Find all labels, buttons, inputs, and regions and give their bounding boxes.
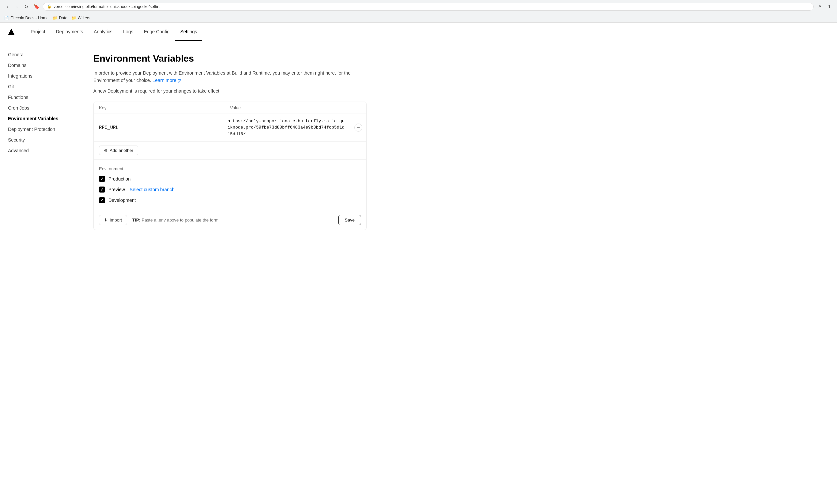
key-value: RPC_URL <box>99 125 119 130</box>
bookmark-label: Writers <box>78 16 90 20</box>
kv-table-header: Key Value <box>94 102 366 114</box>
add-another-row: ⊕ Add another <box>94 142 366 160</box>
env-development-option: Development <box>99 197 361 203</box>
env-vars-card: Key Value RPC_URL https://holy-proportio… <box>93 101 367 230</box>
back-button[interactable]: ‹ <box>4 3 11 10</box>
tip-label: TIP: <box>132 218 141 223</box>
share-button[interactable]: ⬆ <box>826 3 833 10</box>
nav-analytics[interactable]: Analytics <box>88 23 118 41</box>
main-layout: General Domains Integrations Git Functio… <box>0 41 837 504</box>
sidebar-item-integrations[interactable]: Integrations <box>0 71 80 81</box>
kv-row: RPC_URL https://holy-proportionate-butte… <box>94 114 366 142</box>
value-text: https://holy-proportionate-butterfly.mat… <box>228 118 345 137</box>
sidebar-item-domains[interactable]: Domains <box>0 60 80 71</box>
learn-more-link[interactable]: Learn more <box>152 77 182 84</box>
sidebar-item-general[interactable]: General <box>0 49 80 60</box>
bookmark-icon: 📁 <box>53 16 58 20</box>
sidebar-item-cron-jobs[interactable]: Cron Jobs <box>0 102 80 113</box>
development-label: Development <box>108 198 136 203</box>
tip-text: TIP: Paste a .env above to populate the … <box>132 218 339 223</box>
browser-chrome: ‹ › ↻ 🔖 🔒 vercel.com/irwingtello/formatt… <box>0 0 837 13</box>
preview-label: Preview <box>108 187 125 192</box>
kv-key-cell: RPC_URL <box>94 114 222 142</box>
lock-icon: 🔒 <box>47 4 52 9</box>
kv-value-cell: https://holy-proportionate-butterfly.mat… <box>222 114 351 142</box>
reload-button[interactable]: ↻ <box>23 3 30 10</box>
address-bar[interactable]: 🔒 vercel.com/irwingtello/formatter-quick… <box>43 3 814 11</box>
external-link-icon <box>178 79 182 83</box>
main-content: Environment Variables In order to provid… <box>80 41 380 504</box>
tip-content: Paste a .env above to populate the form <box>142 218 219 223</box>
production-checkbox[interactable] <box>99 176 105 182</box>
browser-actions: A̅ ⬆ <box>816 3 833 10</box>
import-icon: ⬇ <box>104 218 108 223</box>
bookmarks-bar: 📄 Filecoin Docs - Home 📁 Data 📁 Writers <box>0 13 837 23</box>
sidebar-item-advanced[interactable]: Advanced <box>0 145 80 156</box>
bookmark-writers[interactable]: 📁 Writers <box>71 16 90 20</box>
card-footer: ⬇ Import TIP: Paste a .env above to popu… <box>94 210 366 230</box>
value-column-header: Value <box>230 105 361 110</box>
environment-section: Environment Production Preview Select cu… <box>94 160 366 210</box>
sidebar-item-functions[interactable]: Functions <box>0 92 80 102</box>
url-text: vercel.com/irwingtello/formatter-quickno… <box>54 4 163 9</box>
deployment-note: A new Deployment is required for your ch… <box>93 88 367 94</box>
bookmark-data[interactable]: 📁 Data <box>53 16 67 20</box>
bookmark-filecoin[interactable]: 📄 Filecoin Docs - Home <box>4 16 49 20</box>
key-column-header: Key <box>99 105 230 110</box>
sidebar-item-security[interactable]: Security <box>0 135 80 145</box>
browser-controls: ‹ › ↻ <box>4 3 30 10</box>
env-production-option: Production <box>99 176 361 182</box>
page-title: Environment Variables <box>93 53 367 64</box>
select-custom-branch-link[interactable]: Select custom branch <box>130 187 175 192</box>
production-label: Production <box>108 176 131 182</box>
sidebar-item-deployment-protection[interactable]: Deployment Protection <box>0 124 80 135</box>
sidebar-item-git[interactable]: Git <box>0 81 80 92</box>
save-button[interactable]: Save <box>338 215 361 225</box>
env-preview-option: Preview Select custom branch <box>99 187 361 192</box>
remove-row-button[interactable]: − <box>354 124 362 132</box>
app-header: Project Deployments Analytics Logs Edge … <box>0 23 837 41</box>
nav-logs[interactable]: Logs <box>118 23 138 41</box>
vercel-logo <box>8 29 15 35</box>
sidebar-item-env-vars[interactable]: Environment Variables <box>0 113 80 124</box>
description-text: In order to provide your Deployment with… <box>93 70 351 83</box>
plus-icon: ⊕ <box>104 148 108 153</box>
import-label: Import <box>110 218 122 223</box>
bookmark-label: Data <box>59 16 67 20</box>
nav-project[interactable]: Project <box>25 23 51 41</box>
preview-checkbox[interactable] <box>99 187 105 192</box>
minus-icon: − <box>357 125 360 130</box>
import-button[interactable]: ⬇ Import <box>99 215 127 225</box>
bookmark-label: Filecoin Docs - Home <box>10 16 49 20</box>
app-nav: Project Deployments Analytics Logs Edge … <box>25 23 202 41</box>
translate-button[interactable]: A̅ <box>816 3 824 10</box>
forward-button[interactable]: › <box>13 3 21 10</box>
bookmark-button[interactable]: 🔖 <box>33 3 40 10</box>
add-another-button[interactable]: ⊕ Add another <box>99 146 138 155</box>
kv-actions: − <box>350 114 366 142</box>
bookmark-icon: 📁 <box>71 16 76 20</box>
add-another-label: Add another <box>110 148 133 153</box>
nav-deployments[interactable]: Deployments <box>51 23 89 41</box>
environment-label: Environment <box>99 166 361 171</box>
development-checkbox[interactable] <box>99 197 105 203</box>
nav-settings[interactable]: Settings <box>175 23 203 41</box>
description: In order to provide your Deployment with… <box>93 69 367 84</box>
sidebar: General Domains Integrations Git Functio… <box>0 41 80 504</box>
bookmark-icon: 📄 <box>4 16 9 20</box>
nav-edge-config[interactable]: Edge Config <box>139 23 175 41</box>
